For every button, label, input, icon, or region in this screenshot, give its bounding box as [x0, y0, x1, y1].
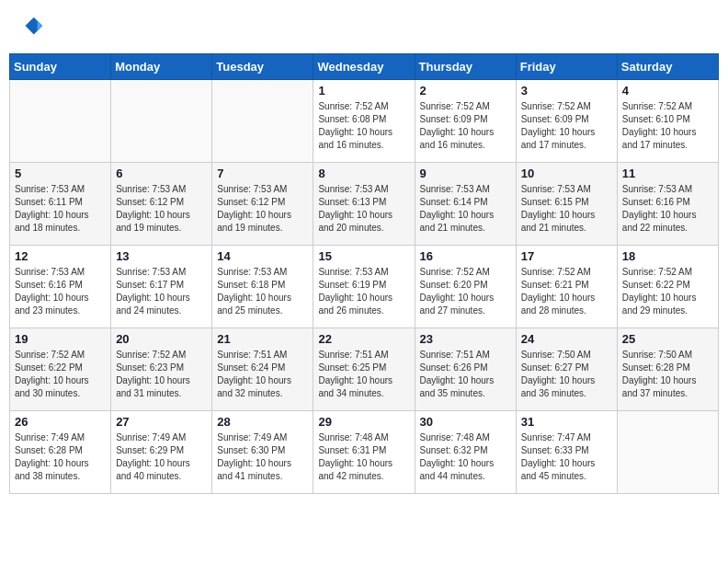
- empty-cell: [617, 411, 718, 494]
- day-header-friday: Friday: [516, 54, 617, 80]
- day-cell-9: 9Sunrise: 7:53 AMSunset: 6:14 PMDaylight…: [415, 163, 516, 246]
- day-cell-25: 25Sunrise: 7:50 AMSunset: 6:28 PMDayligh…: [617, 328, 718, 411]
- empty-cell: [212, 80, 313, 163]
- day-info: Sunrise: 7:53 AMSunset: 6:13 PMDaylight:…: [318, 183, 409, 235]
- day-cell-27: 27Sunrise: 7:49 AMSunset: 6:29 PMDayligh…: [111, 411, 212, 494]
- day-cell-6: 6Sunrise: 7:53 AMSunset: 6:12 PMDaylight…: [111, 163, 212, 246]
- day-number: 27: [116, 415, 207, 429]
- day-cell-21: 21Sunrise: 7:51 AMSunset: 6:24 PMDayligh…: [212, 328, 313, 411]
- week-row-2: 5Sunrise: 7:53 AMSunset: 6:11 PMDaylight…: [10, 163, 719, 246]
- day-number: 5: [15, 167, 106, 180]
- day-cell-10: 10Sunrise: 7:53 AMSunset: 6:15 PMDayligh…: [516, 163, 617, 246]
- day-cell-16: 16Sunrise: 7:52 AMSunset: 6:20 PMDayligh…: [415, 246, 516, 328]
- day-cell-3: 3Sunrise: 7:52 AMSunset: 6:09 PMDaylight…: [516, 80, 617, 163]
- day-info: Sunrise: 7:53 AMSunset: 6:15 PMDaylight:…: [521, 183, 612, 235]
- day-info: Sunrise: 7:53 AMSunset: 6:16 PMDaylight:…: [622, 183, 713, 235]
- day-info: Sunrise: 7:51 AMSunset: 6:26 PMDaylight:…: [420, 349, 511, 400]
- day-cell-2: 2Sunrise: 7:52 AMSunset: 6:09 PMDaylight…: [415, 80, 516, 163]
- day-cell-13: 13Sunrise: 7:53 AMSunset: 6:17 PMDayligh…: [111, 246, 212, 328]
- day-cell-26: 26Sunrise: 7:49 AMSunset: 6:28 PMDayligh…: [10, 411, 111, 494]
- page-header: [9, 9, 719, 44]
- day-number: 14: [217, 249, 308, 263]
- day-info: Sunrise: 7:50 AMSunset: 6:27 PMDaylight:…: [521, 349, 612, 400]
- day-info: Sunrise: 7:47 AMSunset: 6:33 PMDaylight:…: [521, 431, 612, 483]
- logo: [18, 14, 46, 40]
- day-info: Sunrise: 7:52 AMSunset: 6:21 PMDaylight:…: [521, 266, 612, 317]
- week-row-1: 1Sunrise: 7:52 AMSunset: 6:08 PMDaylight…: [10, 80, 719, 163]
- day-cell-28: 28Sunrise: 7:49 AMSunset: 6:30 PMDayligh…: [212, 411, 313, 494]
- day-cell-11: 11Sunrise: 7:53 AMSunset: 6:16 PMDayligh…: [617, 163, 718, 246]
- day-info: Sunrise: 7:53 AMSunset: 6:19 PMDaylight:…: [318, 266, 409, 317]
- day-info: Sunrise: 7:52 AMSunset: 6:08 PMDaylight:…: [318, 100, 409, 152]
- day-cell-8: 8Sunrise: 7:53 AMSunset: 6:13 PMDaylight…: [313, 163, 415, 246]
- day-number: 15: [318, 249, 409, 263]
- day-header-wednesday: Wednesday: [313, 54, 415, 80]
- day-cell-1: 1Sunrise: 7:52 AMSunset: 6:08 PMDaylight…: [313, 80, 415, 163]
- calendar-table: SundayMondayTuesdayWednesdayThursdayFrid…: [9, 53, 719, 494]
- day-info: Sunrise: 7:53 AMSunset: 6:12 PMDaylight:…: [116, 183, 207, 235]
- day-info: Sunrise: 7:52 AMSunset: 6:22 PMDaylight:…: [622, 266, 713, 317]
- day-number: 2: [420, 84, 511, 98]
- days-header-row: SundayMondayTuesdayWednesdayThursdayFrid…: [10, 54, 719, 80]
- day-number: 21: [217, 332, 308, 346]
- day-info: Sunrise: 7:49 AMSunset: 6:30 PMDaylight:…: [217, 431, 308, 483]
- day-header-thursday: Thursday: [415, 54, 516, 80]
- day-cell-20: 20Sunrise: 7:52 AMSunset: 6:23 PMDayligh…: [111, 328, 212, 411]
- day-info: Sunrise: 7:52 AMSunset: 6:23 PMDaylight:…: [116, 349, 207, 400]
- day-cell-12: 12Sunrise: 7:53 AMSunset: 6:16 PMDayligh…: [10, 246, 111, 328]
- day-info: Sunrise: 7:53 AMSunset: 6:17 PMDaylight:…: [116, 266, 207, 317]
- day-cell-24: 24Sunrise: 7:50 AMSunset: 6:27 PMDayligh…: [516, 328, 617, 411]
- week-row-5: 26Sunrise: 7:49 AMSunset: 6:28 PMDayligh…: [10, 411, 719, 494]
- empty-cell: [10, 80, 111, 163]
- day-number: 10: [521, 167, 612, 180]
- day-number: 9: [420, 167, 511, 180]
- day-number: 29: [318, 415, 409, 429]
- day-info: Sunrise: 7:53 AMSunset: 6:16 PMDaylight:…: [15, 266, 106, 317]
- week-row-3: 12Sunrise: 7:53 AMSunset: 6:16 PMDayligh…: [10, 246, 719, 328]
- day-number: 18: [622, 249, 713, 263]
- day-info: Sunrise: 7:51 AMSunset: 6:25 PMDaylight:…: [318, 349, 409, 400]
- day-number: 12: [15, 249, 106, 263]
- day-number: 11: [622, 167, 713, 180]
- day-info: Sunrise: 7:49 AMSunset: 6:29 PMDaylight:…: [116, 431, 207, 483]
- day-number: 16: [420, 249, 511, 263]
- week-row-4: 19Sunrise: 7:52 AMSunset: 6:22 PMDayligh…: [10, 328, 719, 411]
- day-number: 26: [15, 415, 106, 429]
- day-info: Sunrise: 7:48 AMSunset: 6:32 PMDaylight:…: [420, 431, 511, 483]
- day-number: 19: [15, 332, 106, 346]
- day-info: Sunrise: 7:48 AMSunset: 6:31 PMDaylight:…: [318, 431, 409, 483]
- day-number: 20: [116, 332, 207, 346]
- day-header-saturday: Saturday: [617, 54, 718, 80]
- day-info: Sunrise: 7:51 AMSunset: 6:24 PMDaylight:…: [217, 349, 308, 400]
- day-info: Sunrise: 7:49 AMSunset: 6:28 PMDaylight:…: [15, 431, 106, 483]
- logo-icon: [18, 14, 44, 40]
- day-number: 3: [521, 84, 612, 98]
- day-info: Sunrise: 7:52 AMSunset: 6:22 PMDaylight:…: [15, 349, 106, 400]
- day-number: 7: [217, 167, 308, 180]
- day-number: 25: [622, 332, 713, 346]
- day-number: 17: [521, 249, 612, 263]
- day-info: Sunrise: 7:53 AMSunset: 6:18 PMDaylight:…: [217, 266, 308, 317]
- day-cell-17: 17Sunrise: 7:52 AMSunset: 6:21 PMDayligh…: [516, 246, 617, 328]
- day-number: 22: [318, 332, 409, 346]
- day-number: 6: [116, 167, 207, 180]
- day-cell-4: 4Sunrise: 7:52 AMSunset: 6:10 PMDaylight…: [617, 80, 718, 163]
- empty-cell: [111, 80, 212, 163]
- day-number: 8: [318, 167, 409, 180]
- day-number: 24: [521, 332, 612, 346]
- day-header-sunday: Sunday: [10, 54, 111, 80]
- day-cell-14: 14Sunrise: 7:53 AMSunset: 6:18 PMDayligh…: [212, 246, 313, 328]
- svg-marker-1: [38, 20, 43, 30]
- day-info: Sunrise: 7:53 AMSunset: 6:12 PMDaylight:…: [217, 183, 308, 235]
- day-info: Sunrise: 7:53 AMSunset: 6:11 PMDaylight:…: [15, 183, 106, 235]
- day-number: 13: [116, 249, 207, 263]
- day-cell-18: 18Sunrise: 7:52 AMSunset: 6:22 PMDayligh…: [617, 246, 718, 328]
- day-number: 28: [217, 415, 308, 429]
- day-cell-31: 31Sunrise: 7:47 AMSunset: 6:33 PMDayligh…: [516, 411, 617, 494]
- day-info: Sunrise: 7:53 AMSunset: 6:14 PMDaylight:…: [420, 183, 511, 235]
- day-info: Sunrise: 7:52 AMSunset: 6:09 PMDaylight:…: [420, 100, 511, 152]
- day-number: 31: [521, 415, 612, 429]
- day-header-monday: Monday: [111, 54, 212, 80]
- day-number: 4: [622, 84, 713, 98]
- day-number: 30: [420, 415, 511, 429]
